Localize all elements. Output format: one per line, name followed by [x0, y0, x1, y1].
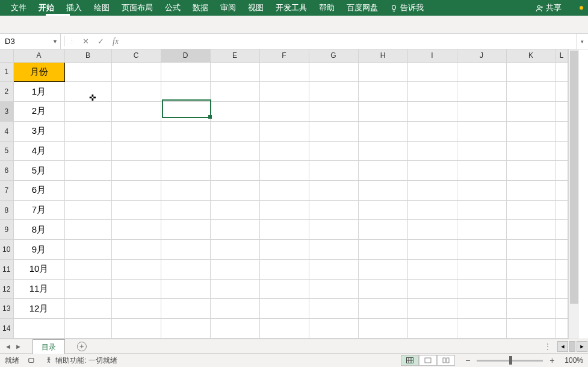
- col-head-E[interactable]: E: [210, 49, 259, 62]
- cell[interactable]: [506, 62, 556, 82]
- col-head-A[interactable]: A: [13, 49, 64, 62]
- row-head-10[interactable]: 10: [0, 240, 13, 260]
- cell[interactable]: [111, 240, 161, 260]
- cell[interactable]: [210, 220, 259, 240]
- cell[interactable]: [457, 220, 506, 240]
- col-head-F[interactable]: F: [259, 49, 309, 62]
- sheet-tab-active[interactable]: 目录: [32, 339, 65, 354]
- col-head-D[interactable]: D: [161, 49, 210, 62]
- cell[interactable]: [161, 102, 210, 122]
- tab-options-icon[interactable]: ⋮: [539, 342, 557, 351]
- cell[interactable]: [111, 299, 161, 319]
- cell[interactable]: [457, 62, 506, 82]
- cell[interactable]: [407, 240, 457, 260]
- cell[interactable]: [407, 220, 457, 240]
- menu-baidu[interactable]: 百度网盘: [341, 0, 384, 16]
- cell[interactable]: [161, 62, 210, 82]
- cell[interactable]: [111, 121, 161, 141]
- expand-formula-bar[interactable]: ▾: [576, 34, 588, 49]
- cell[interactable]: 7月: [13, 200, 64, 220]
- zoom-in-button[interactable]: +: [548, 356, 556, 365]
- cell[interactable]: [407, 102, 457, 122]
- cell[interactable]: [407, 319, 457, 339]
- view-pagebreak-button[interactable]: [437, 355, 455, 366]
- cell[interactable]: [161, 259, 210, 279]
- col-head-B[interactable]: B: [64, 49, 111, 62]
- cell[interactable]: [358, 181, 407, 201]
- cell[interactable]: [210, 181, 259, 201]
- name-box[interactable]: ▼: [0, 34, 61, 49]
- cell[interactable]: [556, 259, 568, 279]
- cell[interactable]: [457, 200, 506, 220]
- cell[interactable]: [64, 141, 111, 161]
- cell[interactable]: [358, 220, 407, 240]
- cell[interactable]: [457, 279, 506, 299]
- cell[interactable]: [210, 121, 259, 141]
- cell[interactable]: [309, 181, 358, 201]
- cell[interactable]: [309, 141, 358, 161]
- col-head-G[interactable]: G: [309, 49, 358, 62]
- cell[interactable]: [556, 62, 568, 82]
- cell[interactable]: [358, 102, 407, 122]
- cell[interactable]: [161, 141, 210, 161]
- hscroll-left-button[interactable]: ◄: [557, 341, 568, 352]
- cell[interactable]: [506, 299, 556, 319]
- cell[interactable]: [457, 141, 506, 161]
- cell[interactable]: [358, 62, 407, 82]
- cell[interactable]: [457, 82, 506, 102]
- cell[interactable]: [111, 220, 161, 240]
- cell[interactable]: [506, 279, 556, 299]
- cell[interactable]: [161, 82, 210, 102]
- cell[interactable]: [556, 161, 568, 181]
- cell[interactable]: 11月: [13, 279, 64, 299]
- cell[interactable]: 10月: [13, 259, 64, 279]
- cell[interactable]: [358, 200, 407, 220]
- col-head-L[interactable]: L: [556, 49, 568, 62]
- row-head-7[interactable]: 7: [0, 181, 13, 201]
- cell[interactable]: [210, 319, 259, 339]
- scrollbar-thumb[interactable]: [570, 51, 578, 304]
- cell[interactable]: [407, 62, 457, 82]
- fx-button[interactable]: fx: [113, 37, 119, 46]
- row-head-6[interactable]: 6: [0, 161, 13, 181]
- row-head-1[interactable]: 1: [0, 62, 13, 82]
- row-head-14[interactable]: 14: [0, 319, 13, 339]
- cell[interactable]: [259, 319, 309, 339]
- cell[interactable]: [64, 279, 111, 299]
- cell[interactable]: [506, 102, 556, 122]
- cell[interactable]: [309, 161, 358, 181]
- recorder-icon[interactable]: [28, 356, 36, 365]
- tell-me[interactable]: 告诉我: [384, 2, 430, 13]
- cell[interactable]: [161, 200, 210, 220]
- cell[interactable]: [210, 62, 259, 82]
- view-normal-button[interactable]: [401, 355, 419, 366]
- row-head-13[interactable]: 13: [0, 299, 13, 319]
- tab-first-button[interactable]: ◄: [5, 343, 11, 350]
- cell[interactable]: 12月: [13, 299, 64, 319]
- cell[interactable]: [64, 299, 111, 319]
- hscroll-right-button[interactable]: ►: [577, 341, 587, 352]
- cell[interactable]: [259, 240, 309, 260]
- cell[interactable]: [457, 259, 506, 279]
- cell[interactable]: 1月: [13, 82, 64, 102]
- cell[interactable]: [457, 240, 506, 260]
- cell[interactable]: [161, 299, 210, 319]
- cell[interactable]: [407, 259, 457, 279]
- cell[interactable]: [309, 200, 358, 220]
- cell[interactable]: [556, 220, 568, 240]
- menu-help[interactable]: 帮助: [313, 0, 341, 16]
- cell[interactable]: [210, 240, 259, 260]
- cell[interactable]: [457, 299, 506, 319]
- cell[interactable]: [506, 220, 556, 240]
- cell[interactable]: [358, 319, 407, 339]
- cell[interactable]: [309, 82, 358, 102]
- cell[interactable]: [259, 161, 309, 181]
- select-all-button[interactable]: [0, 49, 13, 62]
- cell[interactable]: [161, 220, 210, 240]
- menu-view[interactable]: 视图: [242, 0, 270, 16]
- row-head-8[interactable]: 8: [0, 200, 13, 220]
- cell[interactable]: [457, 102, 506, 122]
- cell[interactable]: [210, 161, 259, 181]
- zoom-out-button[interactable]: −: [463, 356, 472, 365]
- cell[interactable]: [259, 102, 309, 122]
